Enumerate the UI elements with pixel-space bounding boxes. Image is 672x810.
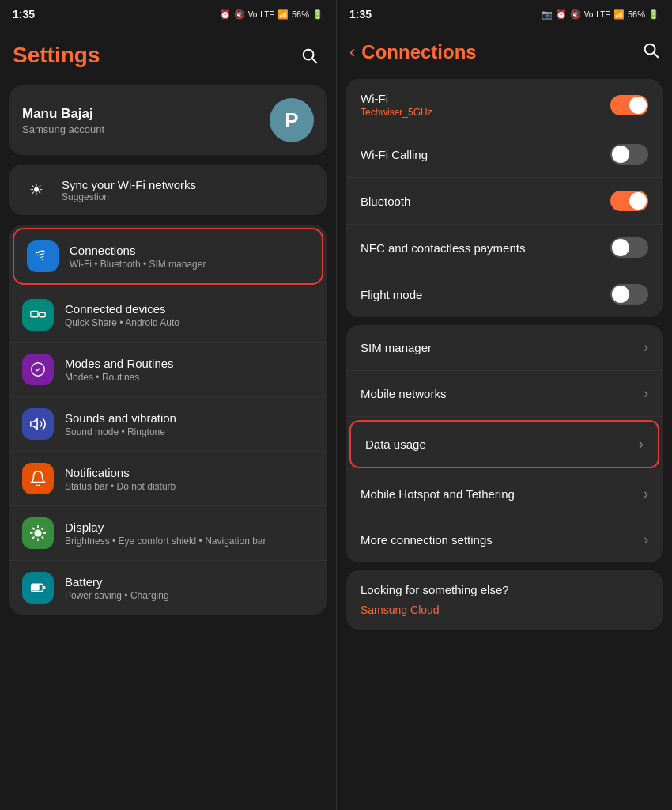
connections-search-icon[interactable] (642, 41, 659, 63)
nfc-toggle[interactable] (610, 237, 648, 258)
battery-label: Battery (65, 575, 169, 589)
svg-line-10 (33, 528, 34, 529)
svg-line-12 (42, 528, 43, 529)
hotspot-label: Mobile Hotspot and Tethering (361, 487, 515, 501)
data-usage-label: Data usage (365, 437, 426, 451)
wifi-toggle[interactable] (610, 95, 648, 115)
connections-simple-section: SIM manager › Mobile networks › Data usa… (346, 325, 663, 562)
conn-item-sim-manager[interactable]: SIM manager › (346, 325, 663, 371)
samsung-cloud-link[interactable]: Samsung Cloud (361, 604, 440, 616)
conn-item-mobile-networks[interactable]: Mobile networks › (346, 371, 663, 417)
battery-sub: Power saving • Charging (65, 590, 169, 601)
connections-title: Connections (361, 41, 642, 63)
nfc-label: NFC and contactless payments (361, 241, 525, 255)
conn-item-flight-mode[interactable]: Flight mode (346, 271, 663, 317)
left-time: 1:35 (13, 8, 35, 21)
settings-header: Settings (9, 28, 327, 85)
display-icon (22, 517, 54, 549)
conn-item-hotspot[interactable]: Mobile Hotspot and Tethering › (346, 471, 663, 517)
settings-item-modes[interactable]: Modes and Routines Modes • Routines (9, 343, 327, 397)
notifications-icon (22, 463, 54, 494)
flight-mode-toggle[interactable] (610, 284, 648, 305)
back-button[interactable]: ‹ (349, 42, 355, 62)
hotspot-chevron: › (644, 486, 648, 502)
settings-item-sounds[interactable]: Sounds and vibration Sound mode • Ringto… (9, 397, 327, 452)
search-icon[interactable] (295, 41, 323, 70)
settings-title: Settings (13, 43, 100, 68)
more-settings-label: More connection settings (361, 533, 493, 547)
left-status-bar: 1:35 ⏰ 🔇 Vo LTE 📶 56% 🔋 (0, 0, 336, 28)
suggestion-sub: Suggestion (62, 191, 196, 202)
conn-item-wifi-calling[interactable]: Wi-Fi Calling (346, 131, 663, 178)
connected-devices-label: Connected devices (65, 302, 179, 316)
svg-line-1 (312, 59, 316, 62)
notifications-label: Notifications (65, 466, 176, 479)
settings-item-battery[interactable]: Battery Power saving • Charging (9, 561, 327, 615)
data-usage-chevron: › (639, 436, 644, 452)
left-panel: 1:35 ⏰ 🔇 Vo LTE 📶 56% 🔋 Settings Manu (0, 0, 336, 810)
wifi-sub: Techwiser_5GHz (361, 107, 432, 118)
wifi-sync-icon: ☀ (22, 176, 51, 204)
profile-sub: Samsung account (22, 123, 104, 135)
conn-item-more-settings[interactable]: More connection settings › (346, 517, 663, 562)
settings-item-connections[interactable]: Connections Wi-Fi • Bluetooth • SIM mana… (13, 228, 323, 285)
svg-rect-16 (33, 585, 39, 590)
display-label: Display (65, 520, 266, 534)
looking-section: Looking for something else? Samsung Clou… (346, 570, 663, 630)
svg-line-13 (33, 537, 34, 538)
connections-label: Connections (70, 244, 206, 257)
svg-line-18 (654, 53, 658, 57)
profile-card[interactable]: Manu Bajaj Samsung account P (9, 85, 327, 155)
mobile-networks-chevron: › (644, 385, 648, 402)
svg-point-5 (34, 529, 41, 536)
connections-sub: Wi-Fi • Bluetooth • SIM manager (70, 259, 206, 270)
svg-rect-2 (31, 311, 38, 316)
connections-toggle-section: Wi-Fi Techwiser_5GHz Wi-Fi Calling Bluet… (346, 79, 663, 317)
connections-icon (27, 240, 59, 272)
battery-icon (22, 572, 54, 604)
right-panel-content: ‹ Connections Wi-Fi Techwiser_5GHz (337, 28, 672, 810)
modes-sub: Modes • Routines (65, 372, 174, 383)
settings-item-connected-devices[interactable]: Connected devices Quick Share • Android … (9, 288, 327, 343)
suggestion-card[interactable]: ☀ Sync your Wi-Fi networks Suggestion (9, 165, 327, 215)
sim-manager-label: SIM manager (361, 341, 432, 354)
settings-list: Connections Wi-Fi • Bluetooth • SIM mana… (9, 225, 327, 615)
settings-item-display[interactable]: Display Brightness • Eye comfort shield … (9, 506, 327, 561)
left-panel-content: Settings Manu Bajaj Samsung account P ☀ … (0, 28, 336, 810)
conn-item-wifi[interactable]: Wi-Fi Techwiser_5GHz (346, 79, 663, 131)
svg-rect-3 (40, 312, 45, 317)
right-panel: 1:35 📷 ⏰ 🔇 Vo LTE 📶 56% 🔋 ‹ Connections (336, 0, 672, 810)
right-status-icons: 📷 ⏰ 🔇 Vo LTE 📶 56% 🔋 (542, 9, 659, 20)
conn-item-data-usage[interactable]: Data usage › (349, 420, 659, 468)
conn-item-nfc[interactable]: NFC and contactless payments (346, 225, 663, 271)
bluetooth-label: Bluetooth (361, 195, 410, 208)
right-status-bar: 1:35 📷 ⏰ 🔇 Vo LTE 📶 56% 🔋 (337, 0, 672, 28)
connected-devices-icon (22, 299, 54, 331)
more-settings-chevron: › (644, 532, 648, 548)
modes-icon (22, 354, 54, 385)
conn-item-bluetooth[interactable]: Bluetooth (346, 178, 663, 225)
notifications-sub: Status bar • Do not disturb (65, 481, 176, 492)
connected-devices-sub: Quick Share • Android Auto (65, 317, 179, 328)
suggestion-main: Sync your Wi-Fi networks (62, 178, 196, 191)
avatar: P (270, 98, 314, 142)
profile-name: Manu Bajaj (22, 106, 104, 122)
sounds-label: Sounds and vibration (65, 411, 176, 425)
connections-header: ‹ Connections (346, 28, 663, 79)
flight-mode-label: Flight mode (361, 288, 422, 301)
display-sub: Brightness • Eye comfort shield • Naviga… (65, 536, 266, 547)
svg-line-11 (42, 537, 43, 538)
sounds-icon (22, 408, 54, 440)
modes-label: Modes and Routines (65, 357, 174, 370)
looking-title: Looking for something else? (361, 583, 648, 596)
mobile-networks-label: Mobile networks (361, 387, 446, 400)
sim-manager-chevron: › (644, 339, 648, 356)
wifi-label: Wi-Fi (361, 92, 432, 105)
bluetooth-toggle[interactable] (610, 191, 648, 211)
left-status-icons: ⏰ 🔇 Vo LTE 📶 56% 🔋 (220, 9, 323, 20)
right-time: 1:35 (349, 8, 372, 21)
wifi-calling-toggle[interactable] (610, 144, 648, 165)
settings-item-notifications[interactable]: Notifications Status bar • Do not distur… (9, 452, 327, 506)
wifi-calling-label: Wi-Fi Calling (361, 148, 428, 161)
sounds-sub: Sound mode • Ringtone (65, 426, 176, 437)
